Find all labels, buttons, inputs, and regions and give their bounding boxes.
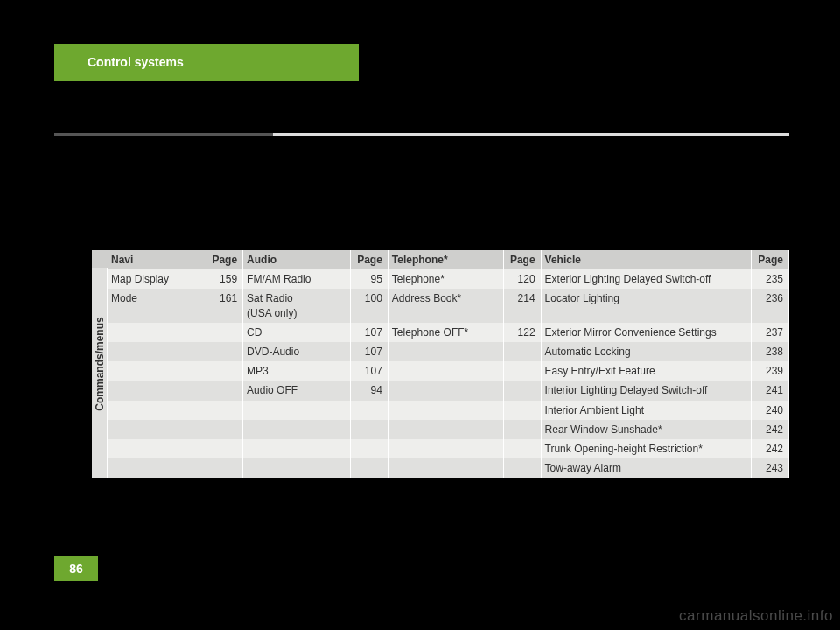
cell: Address Book* bbox=[388, 289, 503, 322]
commands-table: Navi Page Audio Page Telephone* Page Veh… bbox=[108, 250, 789, 478]
cell bbox=[243, 401, 351, 420]
cell bbox=[206, 342, 243, 361]
cell: 95 bbox=[351, 270, 388, 289]
cell: Tow-away Alarm bbox=[541, 458, 752, 478]
section-header: Control systems bbox=[54, 44, 359, 80]
col-vehicle: Vehicle bbox=[541, 250, 752, 270]
cell bbox=[351, 439, 388, 458]
cell bbox=[108, 401, 206, 420]
cell bbox=[351, 420, 388, 439]
cell bbox=[351, 401, 388, 420]
table-row: CD107Telephone OFF*122Exterior Mirror Co… bbox=[108, 323, 789, 342]
cell bbox=[388, 420, 503, 439]
table-row: MP3107Easy Entry/Exit Feature239 bbox=[108, 361, 789, 381]
cell bbox=[108, 323, 206, 342]
cell bbox=[504, 458, 542, 478]
cell: 107 bbox=[351, 342, 388, 361]
cell: 240 bbox=[752, 401, 789, 420]
cell: 242 bbox=[752, 439, 789, 458]
col-page-3: Page bbox=[504, 250, 542, 270]
table-body: Map Display159FM/AM Radio95Telephone*120… bbox=[108, 270, 789, 478]
cell: Audio OFF bbox=[243, 381, 351, 400]
cell: MP3 bbox=[243, 361, 351, 381]
divider bbox=[54, 133, 789, 136]
cell: 242 bbox=[752, 420, 789, 439]
cell bbox=[108, 439, 206, 458]
manual-page: Control systems Commands/menus Navi Page… bbox=[0, 0, 840, 630]
cell bbox=[206, 439, 243, 458]
cell bbox=[206, 323, 243, 342]
cell: Locator Lighting bbox=[541, 289, 752, 322]
cell bbox=[206, 401, 243, 420]
cell: 161 bbox=[206, 289, 243, 322]
cell bbox=[108, 361, 206, 381]
cell: Interior Lighting Delayed Switch-off bbox=[541, 381, 752, 400]
cell: 107 bbox=[351, 361, 388, 381]
cell bbox=[206, 420, 243, 439]
cell: Rear Window Sunshade* bbox=[541, 420, 752, 439]
table-row: Tow-away Alarm243 bbox=[108, 458, 789, 478]
cell: Automatic Locking bbox=[541, 342, 752, 361]
cell: Exterior Mirror Convenience Settings bbox=[541, 323, 752, 342]
cell: 214 bbox=[504, 289, 542, 322]
cell bbox=[504, 420, 542, 439]
cell bbox=[388, 381, 503, 400]
cell: 235 bbox=[752, 270, 789, 289]
cell: CD bbox=[243, 323, 351, 342]
cell bbox=[206, 458, 243, 478]
cell: 236 bbox=[752, 289, 789, 322]
cell: Trunk Opening-height Restriction* bbox=[541, 439, 752, 458]
cell bbox=[206, 381, 243, 400]
cell bbox=[504, 381, 542, 400]
col-page-4: Page bbox=[752, 250, 789, 270]
cell: 241 bbox=[752, 381, 789, 400]
col-page-1: Page bbox=[206, 250, 243, 270]
table-row: Trunk Opening-height Restriction*242 bbox=[108, 439, 789, 458]
col-navi: Navi bbox=[108, 250, 206, 270]
cell: Exterior Lighting Delayed Switch-off bbox=[541, 270, 752, 289]
col-page-2: Page bbox=[351, 250, 388, 270]
watermark: carmanualsonline.info bbox=[679, 607, 833, 625]
cell bbox=[388, 342, 503, 361]
cell bbox=[388, 361, 503, 381]
table-row: Interior Ambient Light240 bbox=[108, 401, 789, 420]
cell: Sat Radio(USA only) bbox=[243, 289, 351, 322]
page-number: 86 bbox=[69, 562, 83, 576]
section-title: Control systems bbox=[88, 55, 184, 69]
table-row: Map Display159FM/AM Radio95Telephone*120… bbox=[108, 270, 789, 289]
cell bbox=[108, 458, 206, 478]
cell bbox=[504, 439, 542, 458]
cell: 100 bbox=[351, 289, 388, 322]
col-audio: Audio bbox=[243, 250, 351, 270]
cell bbox=[504, 401, 542, 420]
divider-dark bbox=[54, 133, 273, 136]
cell: DVD-Audio bbox=[243, 342, 351, 361]
cell bbox=[388, 401, 503, 420]
table-header-row: Navi Page Audio Page Telephone* Page Veh… bbox=[108, 250, 789, 270]
cell bbox=[243, 420, 351, 439]
cell: 239 bbox=[752, 361, 789, 381]
cell bbox=[206, 361, 243, 381]
cell bbox=[388, 458, 503, 478]
table-sidebar: Commands/menus bbox=[92, 250, 108, 478]
cell bbox=[108, 420, 206, 439]
cell bbox=[388, 439, 503, 458]
cell: 122 bbox=[504, 323, 542, 342]
cell: 238 bbox=[752, 342, 789, 361]
cell: 120 bbox=[504, 270, 542, 289]
cell bbox=[108, 342, 206, 361]
table-sidebar-label-wrap: Commands/menus bbox=[92, 250, 108, 478]
table-row: Rear Window Sunshade*242 bbox=[108, 420, 789, 439]
cell bbox=[504, 361, 542, 381]
col-telephone: Telephone* bbox=[388, 250, 503, 270]
page-number-box: 86 bbox=[54, 556, 98, 581]
cell bbox=[504, 342, 542, 361]
cell: 237 bbox=[752, 323, 789, 342]
cell bbox=[351, 458, 388, 478]
cell: Telephone* bbox=[388, 270, 503, 289]
table-row: DVD-Audio107Automatic Locking238 bbox=[108, 342, 789, 361]
cell: Telephone OFF* bbox=[388, 323, 503, 342]
cell: 243 bbox=[752, 458, 789, 478]
cell: FM/AM Radio bbox=[243, 270, 351, 289]
cell bbox=[243, 458, 351, 478]
